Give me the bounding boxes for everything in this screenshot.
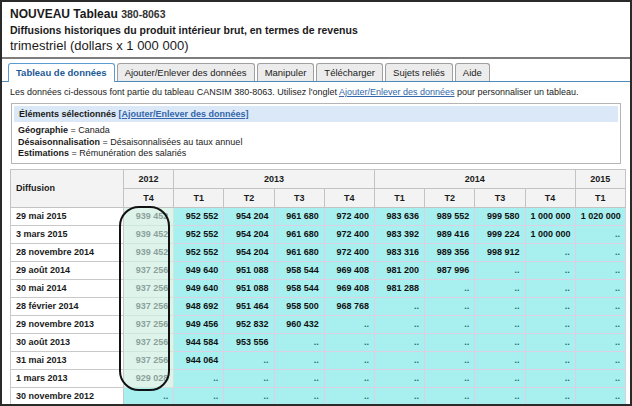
table-cell: .. [374, 387, 424, 405]
table-row: 31 mai 2013937 256944 064...............… [11, 351, 626, 369]
table-cell: .. [374, 369, 424, 387]
table-cell: 981 200 [374, 261, 424, 279]
title-prefix: NOUVEAU Tableau [10, 7, 118, 21]
notice-before: Les données ci-dessous font partie du ta… [10, 87, 339, 97]
element-label: Estimations [18, 148, 69, 158]
table-cell: 948 692 [174, 297, 224, 315]
tab-bar: Tableau de donnéesAjouter/Enlever des do… [2, 59, 630, 82]
table-cell: 998 912 [475, 243, 525, 261]
table-cell: .. [324, 351, 374, 369]
release-date-cell: 28 février 2014 [11, 297, 124, 315]
table-cell: .. [425, 369, 475, 387]
table-cell: 999 580 [475, 207, 525, 225]
table-cell: 937 256 [124, 297, 174, 315]
year-header-2015: 2015 [575, 169, 625, 188]
table-cell: .. [324, 387, 374, 405]
table-cell: .. [124, 387, 174, 405]
table-cell: .. [525, 261, 575, 279]
add-remove-data-link[interactable]: Ajouter/Enlever des données [339, 87, 455, 97]
selected-element-desaisonnalisation: Désaisonnalisation = Désaisonnalisées au… [18, 137, 614, 149]
table-cell: 972 400 [324, 225, 374, 243]
table-cell: 961 680 [274, 225, 324, 243]
table-row: 29 novembre 2013937 256949 456952 832960… [11, 315, 626, 333]
year-header-2013: 2013 [174, 169, 375, 188]
page-subtitle: Diffusions historiques du produit intéri… [10, 24, 622, 36]
year-header-2014: 2014 [374, 169, 575, 188]
table-row: 29 août 2014937 256949 640951 088958 544… [11, 261, 626, 279]
table-cell: 952 832 [224, 315, 274, 333]
table-row: 3 mars 2015939 452952 552954 204961 6809… [11, 225, 626, 243]
table-cell: 953 556 [224, 333, 274, 351]
notice-after: pour personnaliser un tableau. [455, 87, 579, 97]
tab-tableau-de-donnees[interactable]: Tableau de données [8, 63, 115, 82]
table-cell: .. [425, 279, 475, 297]
table-cell: .. [575, 297, 625, 315]
table-cell: 987 996 [425, 261, 475, 279]
table-cell: 939 452 [124, 243, 174, 261]
table-cell: 944 064 [174, 351, 224, 369]
selected-element-estimations: Estimations = Rémunération des salariés [18, 148, 614, 160]
quarter-header-2014-t1: T1 [374, 188, 424, 207]
table-cell: .. [425, 333, 475, 351]
table-cell: .. [525, 351, 575, 369]
table-cell: .. [374, 333, 424, 351]
quarter-header-2014-t2: T2 [425, 188, 475, 207]
table-cell: .. [374, 297, 424, 315]
table-cell: .. [575, 351, 625, 369]
release-date-cell: 28 novembre 2014 [11, 243, 124, 261]
table-cell: .. [425, 351, 475, 369]
table-cell: .. [525, 315, 575, 333]
table-cell: 1 020 000 [575, 207, 625, 225]
table-cell: 949 640 [174, 261, 224, 279]
table-cell: 961 680 [274, 243, 324, 261]
table-cell: .. [374, 351, 424, 369]
table-cell: 989 416 [425, 225, 475, 243]
table-row: 29 mai 2015939 452952 552954 204961 6809… [11, 207, 626, 225]
table-cell: 949 456 [174, 315, 224, 333]
table-cell: 937 256 [124, 279, 174, 297]
table-cell: .. [274, 333, 324, 351]
table-cell: .. [525, 333, 575, 351]
table-cell: .. [525, 387, 575, 405]
table-cell: .. [475, 351, 525, 369]
table-row: 28 novembre 2014939 452952 552954 204961… [11, 243, 626, 261]
table-cell: .. [575, 225, 625, 243]
element-label: Géographie [18, 125, 68, 135]
table-cell: 981 288 [374, 279, 424, 297]
table-cell: .. [575, 369, 625, 387]
selected-elements-panel: Éléments sélectionnés [Ajouter/Enlever d… [11, 103, 621, 164]
table-header: Diffusion2012201320142015T4T1T2T3T4T1T2T… [11, 169, 626, 207]
tab-manipuler[interactable]: Manipuler [257, 63, 315, 81]
table-cell: 939 452 [124, 225, 174, 243]
table-cell: .. [224, 387, 274, 405]
table-row: 28 février 2014937 256948 692951 464958 … [11, 297, 626, 315]
table-number: 380-8063 [121, 8, 165, 20]
table-cell: 999 224 [475, 225, 525, 243]
table-body: 29 mai 2015939 452952 552954 204961 6809… [11, 207, 626, 405]
table-cell: .. [224, 369, 274, 387]
quarter-header-2014-t3: T3 [475, 188, 525, 207]
tab-sujets-relies[interactable]: Sujets reliés [385, 63, 453, 81]
table-cell: .. [425, 315, 475, 333]
table-cell: 954 204 [224, 225, 274, 243]
diffusion-table: Diffusion2012201320142015T4T1T2T3T4T1T2T… [10, 169, 626, 406]
release-date-cell: 1 mars 2013 [11, 369, 124, 387]
tab-aide[interactable]: Aide [455, 63, 490, 81]
table-cell: .. [575, 387, 625, 405]
selected-elements-add-remove-link[interactable]: [Ajouter/Enlever des données] [119, 109, 249, 119]
table-cell: 989 356 [425, 243, 475, 261]
table-cell: 937 256 [124, 351, 174, 369]
table-cell: .. [525, 369, 575, 387]
quarter-header-2013-t4: T4 [324, 188, 374, 207]
table-cell: 969 408 [324, 261, 374, 279]
table-cell: .. [174, 369, 224, 387]
release-date-cell: 30 août 2013 [11, 333, 124, 351]
table-cell: 937 256 [124, 333, 174, 351]
table-cell: .. [324, 333, 374, 351]
quarter-header-2012-t4: T4 [124, 188, 174, 207]
tab-ajouter-enlever-des-donnees[interactable]: Ajouter/Enlever des données [117, 63, 255, 81]
tab-telecharger[interactable]: Télécharger [316, 63, 383, 81]
table-cell: 929 028 [124, 369, 174, 387]
element-label: Désaisonnalisation [18, 137, 100, 147]
table-cell: 958 500 [274, 297, 324, 315]
